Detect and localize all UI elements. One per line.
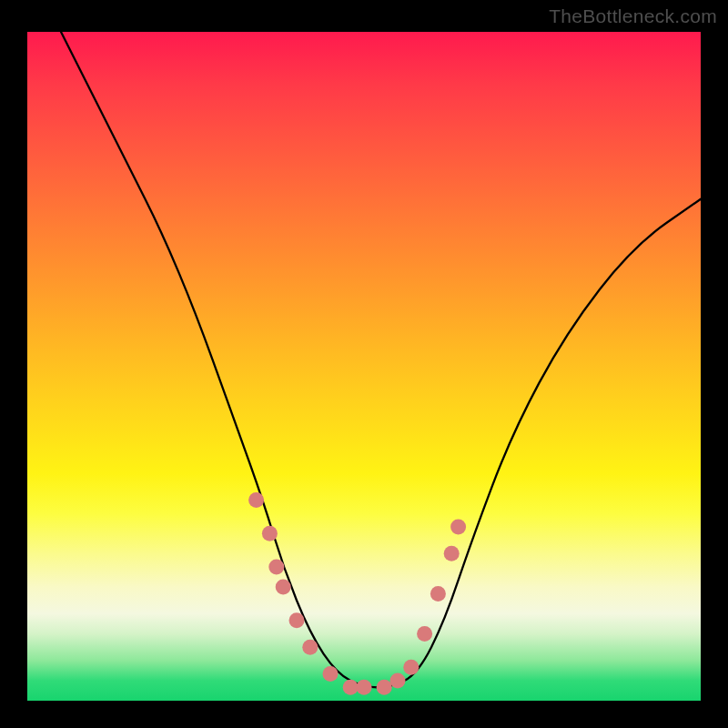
cluster-dot: [403, 660, 419, 675]
plot-area: [27, 32, 701, 701]
cluster-dot: [450, 519, 466, 534]
cluster-dot: [390, 672, 406, 688]
curve-svg: [27, 32, 701, 701]
cluster-dot: [343, 680, 359, 695]
chart-frame: TheBottleneck.com: [0, 0, 728, 728]
watermark-text: TheBottleneck.com: [549, 5, 717, 27]
cluster-dot: [430, 586, 446, 602]
cluster-dot: [444, 546, 460, 561]
dot-cluster: [248, 492, 466, 695]
cluster-dot: [248, 492, 264, 508]
cluster-dot: [268, 560, 284, 575]
cluster-dot: [377, 680, 392, 695]
cluster-dot: [276, 580, 291, 595]
cluster-dot: [417, 626, 432, 642]
cluster-dot: [289, 612, 305, 628]
cluster-dot: [323, 666, 339, 682]
bottleneck-curve: [61, 32, 701, 687]
cluster-dot: [302, 640, 318, 655]
cluster-dot: [357, 680, 372, 695]
cluster-dot: [262, 526, 278, 541]
